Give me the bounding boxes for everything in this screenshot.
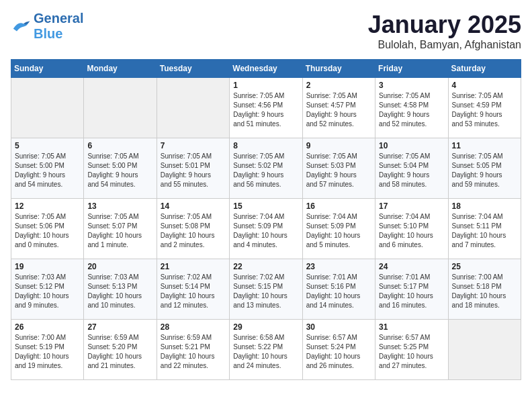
calendar-cell: 28Sunrise: 6:59 AM Sunset: 5:21 PM Dayli… (157, 320, 229, 380)
calendar-cell: 25Sunrise: 7:00 AM Sunset: 5:18 PM Dayli… (448, 259, 521, 320)
calendar-cell: 8Sunrise: 7:05 AM Sunset: 5:02 PM Daylig… (230, 138, 302, 199)
day-info: Sunrise: 7:05 AM Sunset: 4:58 PM Dayligh… (379, 91, 444, 129)
day-info: Sunrise: 7:05 AM Sunset: 5:01 PM Dayligh… (161, 152, 226, 189)
day-info: Sunrise: 7:05 AM Sunset: 5:03 PM Dayligh… (306, 152, 371, 189)
day-info: Sunrise: 6:59 AM Sunset: 5:21 PM Dayligh… (161, 333, 226, 371)
day-number: 3 (379, 81, 444, 90)
day-info: Sunrise: 7:05 AM Sunset: 4:56 PM Dayligh… (233, 91, 298, 129)
calendar-cell: 31Sunrise: 6:57 AM Sunset: 5:25 PM Dayli… (375, 320, 448, 380)
calendar-cell: 23Sunrise: 7:01 AM Sunset: 5:16 PM Dayli… (302, 259, 375, 320)
day-number: 21 (161, 262, 226, 271)
day-info: Sunrise: 7:01 AM Sunset: 5:16 PM Dayligh… (306, 273, 371, 310)
calendar-cell: 13Sunrise: 7:05 AM Sunset: 5:07 PM Dayli… (84, 199, 157, 259)
calendar-cell (84, 78, 157, 138)
day-number: 5 (15, 141, 80, 150)
weekday-header-monday: Monday (84, 60, 157, 78)
logo: General Blue (11, 11, 83, 42)
day-number: 20 (87, 262, 152, 271)
calendar-cell: 24Sunrise: 7:01 AM Sunset: 5:17 PM Dayli… (375, 259, 448, 320)
day-number: 18 (452, 201, 517, 211)
calendar-cell: 12Sunrise: 7:05 AM Sunset: 5:06 PM Dayli… (11, 199, 84, 259)
day-number: 13 (87, 201, 152, 211)
day-number: 9 (306, 141, 371, 150)
day-number: 7 (161, 141, 226, 150)
day-number: 2 (306, 81, 371, 90)
calendar-cell: 20Sunrise: 7:03 AM Sunset: 5:13 PM Dayli… (84, 259, 157, 320)
title-block: January 2025 Bulolah, Bamyan, Afghanista… (368, 11, 521, 51)
logo-blue: Blue (34, 26, 62, 41)
calendar-cell: 17Sunrise: 7:04 AM Sunset: 5:10 PM Dayli… (375, 199, 448, 259)
calendar-cell: 30Sunrise: 6:57 AM Sunset: 5:24 PM Dayli… (302, 320, 375, 380)
calendar-cell: 2Sunrise: 7:05 AM Sunset: 4:57 PM Daylig… (302, 78, 375, 138)
week-row-4: 19Sunrise: 7:03 AM Sunset: 5:12 PM Dayli… (11, 259, 521, 320)
day-info: Sunrise: 7:03 AM Sunset: 5:12 PM Dayligh… (15, 273, 80, 310)
day-info: Sunrise: 7:05 AM Sunset: 4:59 PM Dayligh… (452, 91, 517, 129)
calendar-cell: 29Sunrise: 6:58 AM Sunset: 5:22 PM Dayli… (230, 320, 302, 380)
calendar-cell: 15Sunrise: 7:04 AM Sunset: 5:09 PM Dayli… (230, 199, 302, 259)
page-header: General Blue January 2025 Bulolah, Bamya… (11, 11, 521, 51)
calendar-cell: 6Sunrise: 7:05 AM Sunset: 5:00 PM Daylig… (84, 138, 157, 199)
day-info: Sunrise: 7:00 AM Sunset: 5:19 PM Dayligh… (15, 333, 80, 371)
day-number: 12 (15, 201, 80, 211)
logo-bird-icon (11, 18, 31, 34)
week-row-2: 5Sunrise: 7:05 AM Sunset: 5:00 PM Daylig… (11, 138, 521, 199)
day-number: 16 (306, 201, 371, 211)
day-info: Sunrise: 6:57 AM Sunset: 5:25 PM Dayligh… (379, 333, 444, 371)
week-row-1: 1Sunrise: 7:05 AM Sunset: 4:56 PM Daylig… (11, 78, 521, 138)
calendar-cell: 10Sunrise: 7:05 AM Sunset: 5:04 PM Dayli… (375, 138, 448, 199)
day-info: Sunrise: 7:05 AM Sunset: 5:00 PM Dayligh… (87, 152, 152, 189)
day-number: 22 (233, 262, 298, 271)
day-number: 15 (233, 201, 298, 211)
weekday-header-wednesday: Wednesday (230, 60, 302, 78)
day-info: Sunrise: 7:05 AM Sunset: 5:00 PM Dayligh… (15, 152, 80, 189)
weekday-header-sunday: Sunday (11, 60, 84, 78)
day-number: 1 (233, 81, 298, 90)
calendar-cell: 4Sunrise: 7:05 AM Sunset: 4:59 PM Daylig… (448, 78, 521, 138)
day-info: Sunrise: 7:04 AM Sunset: 5:09 PM Dayligh… (233, 212, 298, 250)
calendar-cell: 3Sunrise: 7:05 AM Sunset: 4:58 PM Daylig… (375, 78, 448, 138)
day-info: Sunrise: 7:04 AM Sunset: 5:09 PM Dayligh… (306, 212, 371, 250)
calendar-cell: 5Sunrise: 7:05 AM Sunset: 5:00 PM Daylig… (11, 138, 84, 199)
day-number: 10 (379, 141, 444, 150)
day-number: 17 (379, 201, 444, 211)
calendar-cell: 18Sunrise: 7:04 AM Sunset: 5:11 PM Dayli… (448, 199, 521, 259)
logo-general: General (34, 11, 83, 26)
calendar-cell (448, 320, 521, 380)
weekday-header-friday: Friday (375, 60, 448, 78)
calendar-cell: 19Sunrise: 7:03 AM Sunset: 5:12 PM Dayli… (11, 259, 84, 320)
day-info: Sunrise: 7:01 AM Sunset: 5:17 PM Dayligh… (379, 273, 444, 310)
day-number: 4 (452, 81, 517, 90)
day-number: 26 (15, 322, 80, 332)
calendar-cell (157, 78, 229, 138)
calendar-cell: 7Sunrise: 7:05 AM Sunset: 5:01 PM Daylig… (157, 138, 229, 199)
day-info: Sunrise: 7:02 AM Sunset: 5:15 PM Dayligh… (233, 273, 298, 310)
calendar-cell: 1Sunrise: 7:05 AM Sunset: 4:56 PM Daylig… (230, 78, 302, 138)
day-info: Sunrise: 6:58 AM Sunset: 5:22 PM Dayligh… (233, 333, 298, 371)
calendar-cell: 21Sunrise: 7:02 AM Sunset: 5:14 PM Dayli… (157, 259, 229, 320)
calendar-table: SundayMondayTuesdayWednesdayThursdayFrid… (11, 59, 521, 380)
calendar-cell: 22Sunrise: 7:02 AM Sunset: 5:15 PM Dayli… (230, 259, 302, 320)
day-info: Sunrise: 7:05 AM Sunset: 5:07 PM Dayligh… (87, 212, 152, 250)
weekday-header-thursday: Thursday (302, 60, 375, 78)
day-number: 23 (306, 262, 371, 271)
day-number: 24 (379, 262, 444, 271)
header-row: SundayMondayTuesdayWednesdayThursdayFrid… (11, 60, 521, 78)
day-info: Sunrise: 7:05 AM Sunset: 5:02 PM Dayligh… (233, 152, 298, 189)
day-number: 30 (306, 322, 371, 332)
calendar-title: January 2025 (368, 11, 521, 39)
day-info: Sunrise: 7:05 AM Sunset: 5:08 PM Dayligh… (161, 212, 226, 250)
weekday-header-saturday: Saturday (448, 60, 521, 78)
day-number: 31 (379, 322, 444, 332)
day-info: Sunrise: 6:57 AM Sunset: 5:24 PM Dayligh… (306, 333, 371, 371)
day-info: Sunrise: 7:05 AM Sunset: 5:06 PM Dayligh… (15, 212, 80, 250)
week-row-5: 26Sunrise: 7:00 AM Sunset: 5:19 PM Dayli… (11, 320, 521, 380)
day-number: 29 (233, 322, 298, 332)
day-number: 6 (87, 141, 152, 150)
day-number: 28 (161, 322, 226, 332)
calendar-cell: 26Sunrise: 7:00 AM Sunset: 5:19 PM Dayli… (11, 320, 84, 380)
calendar-cell (11, 78, 84, 138)
day-info: Sunrise: 7:04 AM Sunset: 5:11 PM Dayligh… (452, 212, 517, 250)
day-info: Sunrise: 7:04 AM Sunset: 5:10 PM Dayligh… (379, 212, 444, 250)
weekday-header-tuesday: Tuesday (157, 60, 229, 78)
day-info: Sunrise: 7:05 AM Sunset: 5:05 PM Dayligh… (452, 152, 517, 189)
